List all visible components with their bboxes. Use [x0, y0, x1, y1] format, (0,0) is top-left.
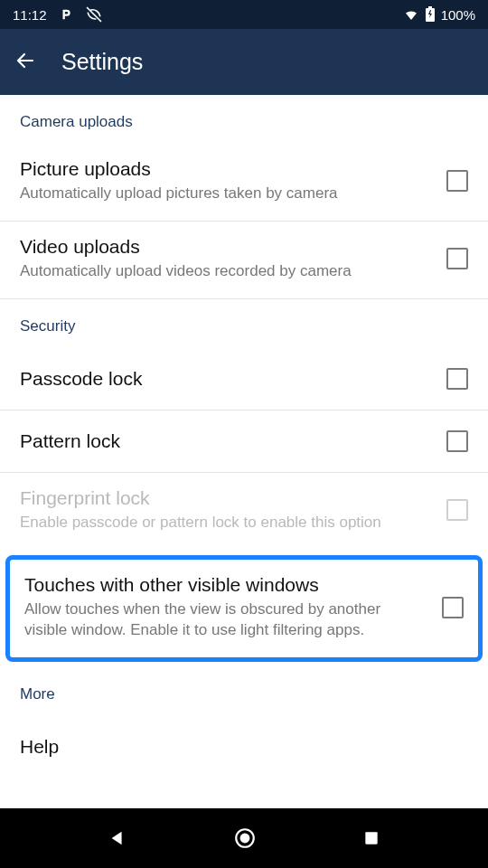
svg-point-3 [240, 834, 250, 844]
highlighted-row: Touches with other visible windows Allow… [5, 555, 483, 662]
parking-icon [60, 8, 72, 21]
checkbox-pattern-lock[interactable] [446, 430, 468, 452]
row-pattern-lock[interactable]: Pattern lock [0, 410, 488, 473]
status-time: 11:12 [13, 7, 47, 23]
section-header-camera-uploads: Camera uploads [0, 95, 488, 144]
status-right: 100% [403, 6, 475, 23]
battery-charging-icon [425, 6, 436, 23]
row-title: Touches with other visible windows [24, 574, 427, 596]
row-title: Pattern lock [20, 430, 432, 452]
row-video-uploads[interactable]: Video uploads Automatically upload video… [0, 222, 488, 299]
checkbox-video-uploads[interactable] [446, 248, 468, 269]
row-subtitle: Allow touches when the view is obscured … [24, 599, 427, 641]
svg-rect-4 [366, 832, 378, 844]
battery-text: 100% [441, 7, 475, 23]
back-button[interactable] [14, 50, 36, 75]
row-passcode-lock[interactable]: Passcode lock [0, 348, 488, 410]
row-title: Fingerprint lock [20, 487, 432, 509]
page-title: Settings [61, 49, 143, 75]
row-subtitle: Enable passcode or pattern lock to enabl… [20, 513, 432, 533]
row-subtitle: Automatically upload pictures taken by c… [20, 184, 432, 204]
settings-content: Camera uploads Picture uploads Automatic… [0, 95, 488, 778]
nav-back-button[interactable] [108, 828, 127, 848]
row-fingerprint-lock: Fingerprint lock Enable passcode or patt… [0, 473, 488, 550]
nav-home-button[interactable] [233, 826, 257, 850]
svg-rect-1 [428, 6, 432, 8]
checkbox-touches-visible-windows[interactable] [442, 597, 464, 618]
row-title: Help [20, 736, 454, 758]
row-subtitle: Automatically upload videos recorded by … [20, 261, 432, 282]
section-header-security: Security [0, 299, 488, 348]
row-help[interactable]: Help [0, 716, 488, 778]
row-touches-visible-windows[interactable]: Touches with other visible windows Allow… [10, 560, 478, 657]
section-header-more: More [0, 667, 488, 716]
navigation-bar [0, 808, 488, 868]
dnd-off-icon [85, 5, 103, 24]
checkbox-fingerprint-lock [446, 499, 468, 521]
row-title: Passcode lock [20, 368, 432, 390]
row-picture-uploads[interactable]: Picture uploads Automatically upload pic… [0, 144, 488, 222]
row-title: Video uploads [20, 236, 432, 258]
app-bar: Settings [0, 29, 488, 95]
checkbox-picture-uploads[interactable] [446, 170, 468, 192]
nav-recent-button[interactable] [362, 829, 380, 847]
row-title: Picture uploads [20, 158, 432, 180]
checkbox-passcode-lock[interactable] [446, 368, 468, 390]
wifi-icon [403, 6, 419, 23]
status-bar: 11:12 100% [0, 0, 488, 29]
status-left: 11:12 [13, 5, 103, 24]
